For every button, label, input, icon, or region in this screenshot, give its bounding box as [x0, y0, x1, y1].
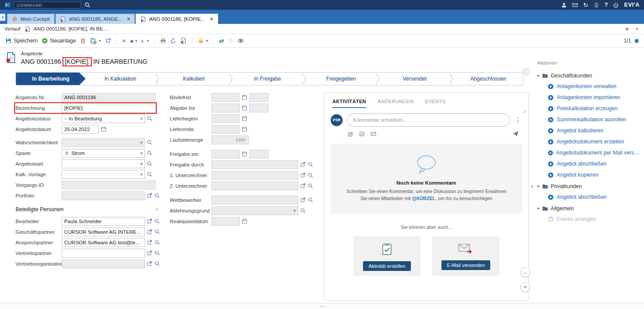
mention-link[interactable]: @KÜRZEL: [412, 196, 435, 201]
task-checkbox-icon[interactable]: [359, 131, 365, 137]
scroll-down-button[interactable]: ˅: [520, 282, 530, 292]
open-record-icon[interactable]: [300, 183, 306, 189]
search-icon[interactable]: [308, 183, 313, 189]
search-icon[interactable]: [300, 208, 306, 213]
chevron-down-icon[interactable]: ▾: [140, 172, 142, 177]
process-step-kalkuliert[interactable]: Kalkuliert: [159, 73, 229, 85]
calendar-icon[interactable]: [242, 105, 247, 111]
collapse-section-icon[interactable]: ˄: [156, 207, 158, 212]
more-options-icon[interactable]: ⋮: [514, 116, 522, 124]
open-record-icon[interactable]: [147, 218, 152, 224]
action-angebot-abschliessen-privat[interactable]: Angebot abschließen: [548, 194, 642, 200]
tab-aenderungen[interactable]: ÄNDERUNGEN: [378, 99, 414, 108]
calendar-icon[interactable]: [242, 151, 247, 157]
save-button[interactable]: Speichern: [5, 38, 38, 44]
vertriebspartner-input[interactable]: [62, 249, 145, 258]
open-record-icon[interactable]: [147, 229, 152, 235]
wahrscheinlichkeit-select[interactable]: ▾: [62, 138, 145, 147]
calendar-icon[interactable]: [242, 116, 247, 121]
geschaeftspartner-input[interactable]: CURSOR Software AG INTERESSENT: [62, 228, 145, 236]
chevron-down-icon[interactable]: ▾: [140, 116, 142, 121]
bindefrist-time-input[interactable]: [249, 93, 269, 102]
action-summenkalkulation-ausrollen[interactable]: Summenkalkulation ausrollen: [548, 116, 642, 123]
search-icon[interactable]: [147, 150, 152, 156]
attachment-button[interactable]: [170, 38, 176, 44]
search-icon[interactable]: [154, 193, 160, 198]
lieferende-input[interactable]: [211, 125, 240, 134]
search-icon[interactable]: [147, 161, 152, 166]
delete-button[interactable]: [80, 38, 86, 44]
chevron-down-icon[interactable]: ▾: [135, 39, 137, 43]
bindefrist-date-input[interactable]: [211, 93, 240, 102]
action-angebotsdokument-erstellen[interactable]: Angebotsdokument erstellen: [548, 139, 642, 145]
power-icon[interactable]: [613, 2, 619, 8]
chevron-down-icon[interactable]: ▾: [140, 151, 142, 155]
tab-ang-0001186[interactable]: ANG 0001186, [KOPIE... ×: [136, 14, 218, 24]
splitter-handle[interactable]: ˄˅: [320, 305, 326, 309]
vertriebsorganisation-input[interactable]: [62, 259, 145, 268]
calendar-icon[interactable]: [242, 94, 247, 100]
action-anlagenkonten-verwalten[interactable]: Anlagenkonten verwalten: [548, 83, 642, 89]
bearbeiter-input[interactable]: Paula Schneider: [62, 217, 145, 226]
print-button[interactable]: [160, 38, 166, 44]
chevron-down-icon[interactable]: ▾: [206, 39, 208, 43]
search-icon[interactable]: [154, 261, 160, 267]
group-allgemein[interactable]: ▾ Allgemein: [537, 205, 642, 212]
unterzeichner-2-input[interactable]: [211, 182, 298, 190]
search-icon[interactable]: [154, 250, 160, 256]
favorite-button[interactable]: ☆: [228, 37, 234, 44]
search-icon[interactable]: [147, 116, 152, 121]
process-step-in-freigabe[interactable]: In Freigabe: [233, 73, 302, 85]
portfolio-input[interactable]: [62, 191, 145, 200]
chevron-down-icon[interactable]: ▾: [636, 27, 638, 31]
collapse-group-icon[interactable]: ▾: [537, 184, 539, 189]
laufzeitmenge-input[interactable]: kWh: [211, 135, 249, 144]
panel-collapse-handle[interactable]: [522, 68, 530, 76]
chevron-down-icon[interactable]: ▾: [140, 140, 142, 145]
send-icon[interactable]: [512, 130, 519, 137]
process-step-freigegeben[interactable]: Freigegeben: [306, 73, 376, 85]
send-email-button[interactable]: E-Mail versenden: [441, 260, 490, 270]
search-icon[interactable]: [308, 162, 313, 167]
mention-icon[interactable]: @: [347, 131, 353, 137]
mail-icon[interactable]: [371, 131, 376, 137]
chevron-down-icon[interactable]: ▾: [147, 39, 149, 43]
chevron-right-icon[interactable]: ›: [531, 183, 533, 189]
open-record-icon[interactable]: [147, 239, 152, 245]
history-entry[interactable]: ANG 0001186, [KOPIE], IN BE...: [34, 26, 107, 31]
reakquisedatum-input[interactable]: [211, 217, 240, 226]
open-record-icon[interactable]: [300, 162, 306, 167]
tab-mein-cockpit[interactable]: Mein Cockpit: [7, 14, 55, 24]
scroll-left-button[interactable]: ←: [520, 267, 530, 277]
close-tab-icon[interactable]: ×: [127, 16, 130, 22]
angebotsdatum-input[interactable]: 25.04.2022: [62, 125, 99, 134]
sparte-select[interactable]: Strom ▾: [62, 149, 145, 158]
ansprechpartner-input[interactable]: CURSOR Software AG test@test.de CURS...: [62, 238, 145, 247]
lieferbeginn-input[interactable]: [211, 114, 240, 123]
chevron-down-icon[interactable]: ▾: [99, 39, 101, 43]
nav-back-button[interactable]: ◀ ▾: [129, 39, 137, 43]
action-angebot-kalkulieren[interactable]: Angebot kalkulieren: [548, 127, 642, 134]
tab-aktivitaeten[interactable]: AKTIVITÄTEN: [332, 99, 366, 108]
angebotsstatus-select[interactable]: ○ In Bearbeitung ▾: [62, 114, 145, 123]
action-anlagenkonten-importieren[interactable]: Anlagenkonten importieren: [548, 94, 642, 100]
expand-nav-icon[interactable]: ›: [0, 14, 5, 21]
search-icon[interactable]: [308, 197, 313, 203]
search-icon[interactable]: [84, 2, 90, 8]
chevron-down-icon[interactable]: ▾: [293, 209, 296, 213]
process-step-versendet[interactable]: Versendet: [380, 73, 449, 85]
tab-events[interactable]: EVENTS: [425, 99, 445, 108]
action-preiskalkulation-erzeugen[interactable]: Preiskalkulation erzeugen: [548, 105, 642, 112]
search-icon[interactable]: [147, 171, 152, 177]
abgabe-bis-time-input[interactable]: [249, 104, 269, 112]
collapse-group-icon[interactable]: ▾: [537, 206, 539, 211]
tab-ang-0001185[interactable]: ANG 0001185, ANGE... ×: [55, 14, 135, 24]
workflow-button[interactable]: ⇄: [219, 38, 224, 44]
angebotsart-select[interactable]: ▾: [62, 159, 145, 168]
search-icon[interactable]: [308, 172, 313, 178]
calendar-icon[interactable]: [101, 126, 106, 132]
action-angebot-abschliessen[interactable]: Angebot abschließen: [548, 161, 642, 167]
open-record-icon[interactable]: [147, 261, 152, 267]
abgabe-bis-date-input[interactable]: [211, 104, 240, 112]
lock-button[interactable]: ▾: [198, 38, 208, 44]
